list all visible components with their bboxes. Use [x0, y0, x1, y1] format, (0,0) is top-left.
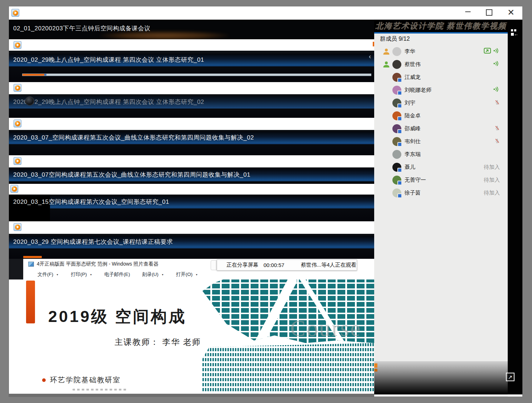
slide-department: 环艺学院基础教研室 — [50, 375, 121, 385]
slide-watermark: Course — [290, 315, 361, 342]
seek-bar-handle[interactable] — [44, 74, 46, 76]
member-name: 李华 — [405, 48, 415, 55]
webcam-icon — [25, 96, 34, 106]
member-list: 李华 — [374, 45, 508, 199]
main-window: ✕ 02_01_20200203下午三点钟后空间构成备课会议 2020_02_2… — [9, 6, 522, 397]
pending-status: 待加入 — [484, 190, 500, 196]
edge-artifact — [374, 369, 377, 372]
member-avatar — [392, 176, 401, 185]
popout-window-icon[interactable]: ↗ — [506, 373, 515, 381]
player-titlebar[interactable] — [9, 118, 374, 130]
video-window-1[interactable]: 02_01_20200203下午三点钟后空间构成备课会议 — [9, 20, 374, 39]
layout-dock-icon[interactable]: ← — [511, 29, 519, 36]
panel-collapse-icon[interactable]: ‹ — [369, 53, 371, 60]
member-name: 刘晓娜老师 — [405, 87, 431, 94]
media-player-icon[interactable] — [14, 223, 21, 231]
photo-viewer-title: 4开正稿版面 平面形态研究 范例 - Windows 照片查看器 — [37, 261, 159, 267]
minimize-button[interactable] — [465, 11, 471, 12]
bottom-gray-bar — [9, 394, 374, 397]
mic-muted-icon — [495, 100, 500, 106]
member-avatar — [392, 137, 401, 146]
screen-share-icon — [484, 48, 491, 55]
bullet-icon — [42, 378, 46, 382]
video-window-7[interactable]: 2020_03_29 空间构成课程第七次会议_课程结课正稿要求 — [9, 234, 374, 259]
mic-muted-icon — [495, 138, 500, 145]
seek-bar[interactable] — [22, 74, 371, 76]
member-row[interactable]: 徐子茵 — [374, 186, 508, 199]
seek-bar-progress — [23, 256, 42, 258]
menu-item-file[interactable]: 文件(F) — [37, 271, 59, 278]
menu-item-email[interactable]: 电子邮件(E) — [104, 271, 130, 278]
member-avatar — [392, 163, 401, 172]
mobile-badge — [397, 116, 402, 121]
window-shadow-area — [9, 259, 23, 279]
member-row[interactable]: 李东瑞 — [374, 148, 508, 161]
media-player-icon[interactable] — [14, 41, 21, 49]
player-titlebar[interactable] — [9, 39, 374, 51]
members-header: 群成员 9/12 — [380, 35, 410, 43]
member-row[interactable]: 蔡世伟 — [374, 58, 508, 71]
member-avatar — [392, 47, 401, 56]
member-row[interactable]: 无善守一 — [374, 173, 508, 186]
menu-item-burn[interactable]: 刻录(U) — [142, 271, 164, 278]
member-row[interactable]: 刘晓娜老师 — [374, 84, 508, 96]
member-row[interactable]: 江威龙 — [374, 71, 508, 84]
member-name: 韦剑仕 — [405, 138, 421, 145]
edge-artifact — [374, 363, 377, 368]
member-name: 江威龙 — [405, 74, 421, 81]
video-title: 2020_02_29晚上八点钟_空间构成课程 第四次会议 立体形态研究_02 — [13, 96, 204, 109]
member-row[interactable]: 陆金卓 — [374, 109, 508, 122]
media-player-icon[interactable] — [14, 84, 21, 92]
media-player-icon[interactable] — [11, 9, 19, 17]
panel-body: 群成员 9/12 李华 — [374, 34, 508, 361]
share-viewers: 蔡世伟...等4人正在观看 — [301, 262, 356, 268]
member-row[interactable]: 刘宇 — [374, 96, 508, 109]
video-window-2[interactable]: 2020_02_29晚上八点钟_空间构成课程 第四次会议 立体形态研究_01 — [9, 51, 374, 82]
member-avatar — [392, 86, 401, 95]
maximize-button[interactable] — [486, 9, 492, 16]
photo-viewer-menubar: 文件(F) 打印(P) 电子邮件(E) 刻录(U) 打开(O) — [23, 269, 374, 279]
video-title: 2020_02_29晚上八点钟_空间构成课程 第四次会议 立体形态研究_01 — [13, 54, 204, 66]
pending-status: 待加入 — [484, 164, 500, 171]
member-avatar — [392, 188, 401, 197]
member-row[interactable]: 邵威峰 — [374, 122, 508, 135]
member-avatar — [392, 73, 401, 82]
menu-item-open[interactable]: 打开(O) — [176, 271, 198, 278]
seek-bar-progress — [22, 74, 44, 76]
slide-date-smudge — [72, 389, 128, 391]
player-titlebar[interactable] — [9, 82, 374, 94]
media-player-icon[interactable] — [14, 120, 21, 127]
video-title: 2020_03_29 空间构成课程第七次会议_课程结课正稿要求 — [13, 236, 173, 248]
video-window-4[interactable]: 2020_03_07_空间构成课程第五次会议_曲线立体形态研究和第四周问题收集与… — [9, 130, 374, 155]
mobile-badge — [397, 104, 402, 108]
video-window-6[interactable]: 2020_03_15空间构成课程第六次会议_空间形态研究_01 — [9, 195, 374, 221]
slide-accent-bar — [26, 281, 35, 323]
member-row[interactable]: 韦剑仕 — [374, 135, 508, 148]
member-name: 李东瑞 — [405, 151, 421, 158]
audio-speaking-icon — [493, 86, 500, 94]
pending-status: 待加入 — [484, 177, 500, 183]
photo-viewer-icon — [28, 262, 34, 267]
mobile-badge — [397, 181, 402, 185]
menu-item-print[interactable]: 打印(P) — [71, 271, 92, 278]
player-titlebar[interactable] — [9, 184, 374, 195]
video-window-5[interactable]: 2020_03_07空间构成课程第五次会议_曲线立体形态研究和第四周问题收集与解… — [9, 167, 374, 184]
media-player-icon[interactable] — [10, 185, 18, 193]
media-player-icon[interactable] — [14, 157, 21, 165]
player-titlebar[interactable] — [9, 155, 374, 167]
member-avatar — [392, 111, 401, 120]
mobile-badge — [397, 193, 402, 198]
audio-speaking-icon — [493, 61, 500, 68]
share-banner-handle[interactable] — [211, 260, 216, 270]
member-row[interactable]: 李华 — [374, 45, 508, 58]
close-icon[interactable]: ✕ — [507, 7, 515, 18]
share-timer: 00:00:57 — [264, 262, 284, 268]
member-name: 聂儿 — [405, 164, 415, 171]
video-window-3[interactable]: 2020_02_29晚上八点钟_空间构成课程 第四次会议 立体形态研究_02 — [9, 94, 374, 118]
slide-teacher-line: 主课教师： 李华 老师 — [115, 337, 201, 348]
player-titlebar[interactable] — [9, 221, 374, 234]
member-row[interactable]: 聂儿 — [374, 161, 508, 173]
photo-viewer-canvas[interactable]: Course 2019级 空间构成 主课教师： 李华 老师 环艺学院基础教研室 — [9, 279, 374, 394]
panel-bottom-gradient — [374, 361, 508, 394]
slide-map-hatching — [202, 343, 374, 392]
